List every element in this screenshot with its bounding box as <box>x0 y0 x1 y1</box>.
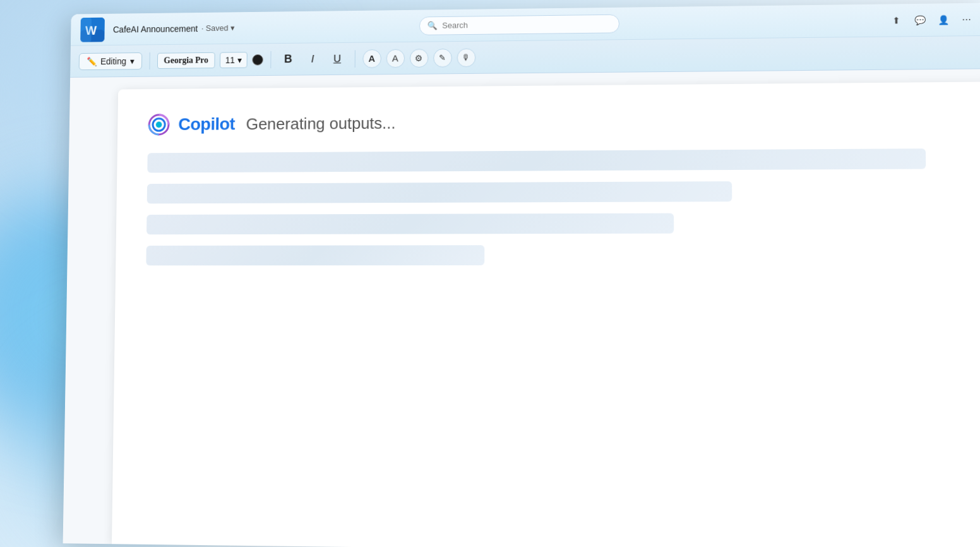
app-logo: W <box>80 17 105 42</box>
font-color-button[interactable]: A <box>386 49 405 68</box>
generating-text: Generating outputs... <box>246 113 395 133</box>
more-options-button[interactable]: ⋯ <box>957 10 976 28</box>
search-icon: 🔍 <box>427 21 438 30</box>
search-box[interactable]: 🔍 <box>419 14 619 35</box>
saved-dropdown-chevron[interactable]: ▾ <box>230 23 235 33</box>
underline-button[interactable]: U <box>327 49 347 68</box>
highlight-color-button[interactable]: A <box>362 49 381 68</box>
svg-point-8 <box>156 121 162 128</box>
skeleton-bar-2 <box>147 181 732 203</box>
title-bar-icons: ⬆ 💬 👤 ⋯ <box>887 10 976 29</box>
content-area: Copilot Generating outputs... <box>63 69 980 547</box>
comments-button[interactable]: 💬 <box>911 11 929 28</box>
document-page: Copilot Generating outputs... <box>112 81 980 547</box>
editing-label: Editing <box>100 56 126 66</box>
font-size-label: 11 <box>225 55 235 65</box>
document-saved-status: · Saved ▾ <box>201 23 235 33</box>
app-window: W CafeAI Announcement · Saved ▾ 🔍 ⬆ 💬 👤 … <box>63 3 980 547</box>
editor-button[interactable]: ✎ <box>433 48 452 67</box>
document-title: CafeAI Announcement <box>113 23 198 34</box>
text-color-dot[interactable] <box>252 54 263 65</box>
skeleton-bar-4 <box>146 245 484 265</box>
styles-button[interactable]: ⚙ <box>409 49 428 68</box>
share-button[interactable]: ⬆ <box>887 11 905 29</box>
pencil-icon: ✏️ <box>87 56 97 66</box>
search-input[interactable] <box>442 19 611 30</box>
font-name-selector[interactable]: Georgia Pro <box>157 52 215 68</box>
italic-button[interactable]: I <box>302 50 322 69</box>
copilot-label: Copilot <box>178 114 235 135</box>
copilot-icon <box>148 114 170 136</box>
bold-button[interactable]: B <box>278 50 298 69</box>
user-profile-button[interactable]: 👤 <box>934 11 952 28</box>
skeleton-loading-container <box>146 148 969 266</box>
font-name-label: Georgia Pro <box>164 55 208 65</box>
toolbar-divider-2 <box>270 51 271 68</box>
copilot-header: Copilot Generating outputs... <box>148 107 968 136</box>
font-size-selector[interactable]: 11 ▾ <box>220 52 247 68</box>
toolbar-divider-1 <box>149 52 150 69</box>
toolbar-divider-3 <box>354 50 355 67</box>
font-size-chevron: ▾ <box>237 55 242 65</box>
skeleton-bar-1 <box>147 148 926 172</box>
svg-rect-5 <box>80 17 92 42</box>
skeleton-bar-3 <box>146 213 674 235</box>
editing-chevron: ▾ <box>130 56 134 66</box>
editing-mode-button[interactable]: ✏️ Editing ▾ <box>79 52 142 70</box>
dictate-button[interactable]: 🎙 <box>457 48 475 67</box>
